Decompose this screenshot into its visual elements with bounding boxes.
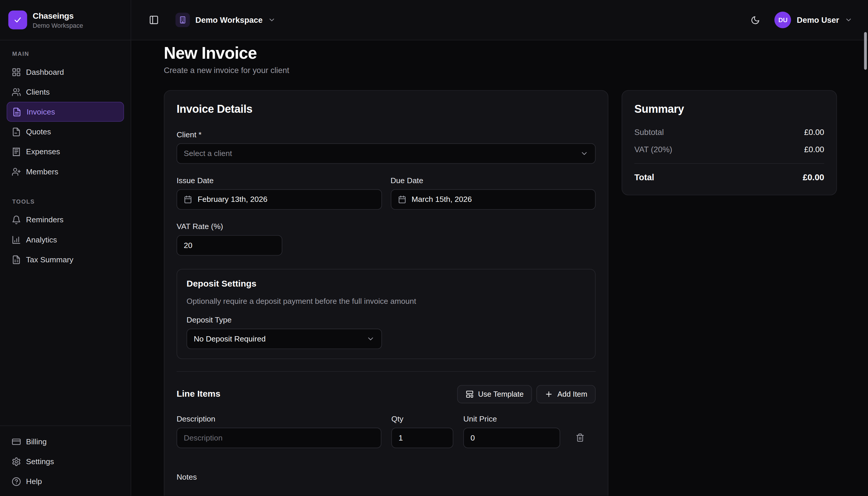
sidebar-item-tax-summary[interactable]: Tax Summary — [7, 249, 124, 269]
users-icon — [12, 87, 21, 96]
issue-date-field: Issue Date February 13th, 2026 — [177, 175, 382, 210]
add-item-button[interactable]: Add Item — [536, 385, 596, 403]
help-circle-icon — [12, 477, 21, 486]
invoice-details-title: Invoice Details — [177, 103, 596, 115]
line-items-title: Line Items — [177, 389, 220, 399]
vat-field: VAT Rate (%) — [177, 222, 596, 255]
summary-divider — [635, 163, 824, 164]
sidebar-footer: Billing Settings Help — [0, 425, 131, 496]
invoice-icon — [12, 107, 21, 116]
due-date-label: Due Date — [391, 175, 596, 184]
bar-chart-icon — [12, 235, 21, 244]
moon-icon — [751, 15, 760, 25]
gear-icon — [12, 456, 21, 466]
summary-title: Summary — [635, 103, 824, 115]
chevron-down-icon — [268, 16, 276, 24]
sidebar-item-clients[interactable]: Clients — [7, 82, 124, 102]
delete-line-item-button[interactable] — [570, 433, 590, 442]
panel-left-icon — [149, 15, 159, 25]
chevron-down-icon — [844, 16, 853, 24]
sidebar-item-settings[interactable]: Settings — [7, 452, 124, 471]
client-select[interactable]: Select a client — [177, 143, 596, 164]
topbar-right: DU Demo User — [749, 12, 853, 28]
line-item-qty-input[interactable] — [391, 427, 453, 448]
scrollbar-thumb[interactable] — [864, 32, 867, 70]
dates-row: Issue Date February 13th, 2026 Due Date — [177, 175, 596, 210]
dashboard-icon — [12, 67, 21, 77]
brand-text: Chaseings Demo Workspace — [33, 11, 83, 29]
use-template-button[interactable]: Use Template — [457, 385, 532, 403]
line-item-description-input[interactable] — [177, 427, 381, 448]
sidebar-toggle-button[interactable] — [147, 13, 161, 27]
chevron-down-icon — [580, 149, 588, 157]
sidebar-item-label: Billing — [26, 437, 47, 446]
building-icon — [176, 13, 190, 27]
bell-icon — [12, 215, 21, 224]
main-content: New Invoice Create a new invoice for you… — [131, 40, 868, 496]
sidebar-item-label: Help — [26, 477, 42, 486]
issue-date-value: February 13th, 2026 — [198, 195, 268, 204]
vat-amount-value: £0.00 — [804, 144, 824, 153]
use-template-label: Use Template — [478, 390, 524, 398]
sidebar-item-dashboard[interactable]: Dashboard — [7, 62, 124, 82]
calendar-icon — [398, 195, 406, 203]
sidebar-item-label: Members — [26, 167, 59, 176]
sidebar-item-billing[interactable]: Billing — [7, 431, 124, 451]
line-items-header: Line Items Use Template — [177, 385, 596, 403]
sidebar-item-label: Invoices — [27, 107, 55, 116]
sidebar-item-help[interactable]: Help — [7, 471, 124, 491]
vat-rate-label: VAT Rate (%) — [177, 222, 596, 231]
vat-rate-input[interactable] — [177, 235, 282, 255]
workspace-name: Demo Workspace — [196, 15, 263, 24]
total-label: Total — [635, 172, 654, 182]
nav-tools: Reminders Analytics Tax Summary — [0, 210, 131, 269]
sidebar-item-members[interactable]: Members — [7, 161, 124, 181]
topbar: Demo Workspace DU Demo User — [131, 0, 868, 40]
user-name: Demo User — [797, 15, 839, 24]
line-items-column-headers: Description Qty Unit Price — [177, 414, 596, 423]
sidebar-item-label: Clients — [26, 87, 50, 96]
sidebar-item-reminders[interactable]: Reminders — [7, 210, 124, 230]
vat-amount-label: VAT (20%) — [635, 144, 672, 153]
deposit-type-select[interactable]: No Deposit Required — [186, 328, 382, 349]
summary-row-subtotal: Subtotal £0.00 — [635, 128, 824, 136]
section-divider — [177, 371, 596, 372]
line-item-price-input[interactable] — [463, 427, 560, 448]
due-date-input[interactable]: March 15th, 2026 — [391, 189, 596, 210]
sidebar-item-label: Settings — [26, 457, 54, 466]
add-item-label: Add Item — [557, 390, 587, 398]
column-label-qty: Qty — [391, 414, 453, 423]
chevron-down-icon — [366, 335, 375, 343]
issue-date-input[interactable]: February 13th, 2026 — [177, 189, 382, 210]
nav-section-tools-label: TOOLS — [0, 181, 131, 210]
sidebar: Chaseings Demo Workspace MAIN Dashboard … — [0, 0, 131, 496]
sidebar-item-label: Analytics — [26, 235, 57, 244]
summary-row-total: Total £0.00 — [635, 172, 824, 182]
sidebar-item-label: Dashboard — [26, 67, 64, 76]
sidebar-item-expenses[interactable]: Expenses — [7, 142, 124, 161]
template-icon — [465, 390, 473, 398]
user-menu[interactable]: DU Demo User — [775, 12, 853, 28]
content-columns: Invoice Details Client * Select a client — [164, 90, 837, 496]
summary-row-vat: VAT (20%) £0.00 — [635, 144, 824, 153]
credit-card-icon — [12, 437, 21, 446]
client-select-placeholder: Select a client — [184, 149, 232, 157]
quote-file-icon — [12, 127, 21, 136]
sidebar-item-label: Tax Summary — [26, 255, 73, 264]
subtotal-value: £0.00 — [804, 128, 824, 136]
theme-toggle-button[interactable] — [749, 13, 762, 27]
sidebar-item-invoices[interactable]: Invoices — [7, 102, 124, 122]
sidebar-item-quotes[interactable]: Quotes — [7, 122, 124, 142]
deposit-type-value: No Deposit Required — [194, 334, 266, 343]
receipt-icon — [12, 147, 21, 156]
total-value: £0.00 — [803, 172, 824, 182]
workspace-switcher[interactable]: Demo Workspace — [176, 13, 276, 27]
brand-logo-icon — [8, 11, 27, 29]
notes-label: Notes — [177, 472, 596, 481]
due-date-field: Due Date March 15th, 2026 — [391, 175, 596, 210]
calendar-icon — [184, 195, 192, 203]
deposit-type-label: Deposit Type — [186, 315, 586, 324]
sidebar-item-analytics[interactable]: Analytics — [7, 230, 124, 249]
client-field: Client * Select a client — [177, 130, 596, 164]
deposit-settings-description: Optionally require a deposit payment bef… — [186, 296, 586, 305]
